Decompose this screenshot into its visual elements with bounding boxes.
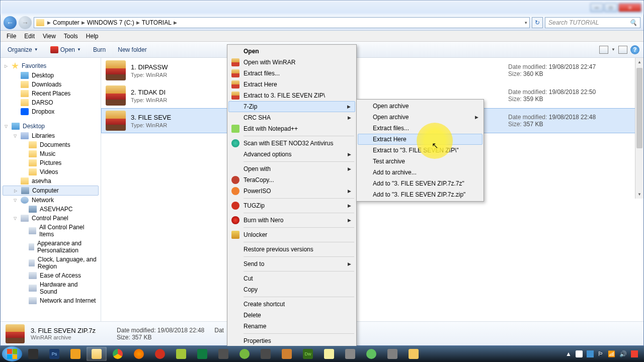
preview-pane-button[interactable] [618,46,627,54]
chevron-down-icon[interactable]: ▼ [611,47,615,52]
breadcrumb-folder[interactable]: TUTORIAL [141,19,173,26]
view-mode-button[interactable] [599,46,608,54]
cm-test-archive[interactable]: Test archive [358,156,482,167]
system-tray[interactable]: ▲ 🏳 📶 🔊 [566,350,642,357]
tray-flag-icon[interactable]: 🏳 [598,350,604,357]
chevron-right-icon[interactable]: ▶ [82,20,85,25]
cm-crc-sha[interactable]: CRC SHA▶ [228,112,355,123]
chevron-right-icon[interactable]: ▶ [47,20,51,25]
breadcrumb-computer[interactable]: Computer [52,19,80,26]
cm-add-7z[interactable]: Add to "3. FILE SEVEN ZIP.7z.7z" [358,178,482,189]
task-app2[interactable] [213,347,233,361]
task-excel[interactable] [192,347,212,361]
cm-teracopy[interactable]: TeraCopy... [228,174,355,186]
cm-open-winrar[interactable]: Open with WinRAR [228,57,355,68]
cm-extract-to-7z[interactable]: Extract to "3. FILE SEVEN ZIP\" [358,145,482,156]
tray-icon[interactable] [587,350,594,357]
forward-button[interactable]: → [19,16,32,29]
scrollbar[interactable]: ▲▼ [635,58,643,199]
cm-unlocker[interactable]: Unlocker [228,229,355,240]
close-button[interactable]: ✕ [618,3,641,12]
cm-rename[interactable]: Rename [228,321,355,332]
chevron-right-icon[interactable]: ▶ [136,20,140,25]
cm-extract-files[interactable]: Extract files... [228,68,355,79]
burn-button[interactable]: Burn [90,45,109,55]
task-app6[interactable] [361,347,381,361]
cm-shortcut[interactable]: Create shortcut [228,299,355,310]
file-row[interactable]: 1. DIPASSW Type: WinRAR Date modified: 1… [101,58,643,83]
sidebar-item-cp-appearance[interactable]: Appearance and Personalization [1,239,101,255]
cm-extract-here[interactable]: Extract Here [228,79,355,90]
sidebar-item-videos[interactable]: Videos [1,167,101,176]
sidebar-item-dropbox[interactable]: Dropbox [1,107,101,116]
task-app3[interactable] [256,347,276,361]
menu-view[interactable]: View [39,32,60,41]
breadcrumb-drive[interactable]: WINDOWS 7 (C:) [86,19,135,26]
cm-extract-here-7z[interactable]: Extract Here [358,134,482,145]
cm-extract-to[interactable]: Extract to 3. FILE SEVEN ZIP\ [228,90,355,101]
dropdown-icon[interactable]: ▾ [525,20,527,25]
cm-scan-eset[interactable]: Scan with ESET NOD32 Antivirus [228,138,355,149]
sidebar-item-cp-clock[interactable]: Clock, Language, and Region [1,255,101,271]
sidebar-item-documents[interactable]: Documents [1,140,101,149]
cm-open-archive-sub[interactable]: Open archive▶ [358,112,482,123]
search-input[interactable]: Search TUTORIAL 🔍 [545,17,640,28]
cm-open-with[interactable]: Open with▶ [228,163,355,174]
task-notes[interactable] [319,347,339,361]
cm-edit-npp[interactable]: Edit with Notepad++ [228,123,355,134]
cm-poweriso[interactable]: PowerISO▶ [228,186,355,197]
minimize-button[interactable]: ─ [590,3,603,12]
cm-cut[interactable]: Cut [228,273,355,284]
task-explorer[interactable] [87,347,107,361]
task-app8[interactable] [404,347,424,361]
address-bar[interactable]: ▶ Computer ▶ WINDOWS 7 (C:) ▶ TUTORIAL ▶… [34,17,530,28]
back-button[interactable]: ← [4,16,17,29]
sidebar-item-pc[interactable]: ASEVHAPC [1,205,101,214]
tray-network-icon[interactable]: 📶 [608,350,615,357]
sidebar-item-desktop[interactable]: Desktop [1,71,101,80]
cm-open-archive[interactable]: Open archive [358,101,482,112]
tray-up-icon[interactable]: ▲ [566,350,572,357]
chevron-right-icon[interactable]: ▶ [174,20,177,25]
task-android[interactable] [171,347,191,361]
tray-icon[interactable] [631,350,638,357]
cm-restore[interactable]: Restore previous versions [228,244,355,255]
tray-icon[interactable] [576,350,583,357]
cm-burn-nero[interactable]: Burn with Nero▶ [228,215,355,226]
task-opera[interactable] [150,347,170,361]
cm-open[interactable]: Open [228,46,355,57]
cm-send-to[interactable]: Send to▶ [228,258,355,269]
sidebar-item-cp-ease[interactable]: Ease of Access [1,271,101,280]
sidebar-item-computer[interactable]: ▷Computer [3,186,99,196]
sidebar-item-downloads[interactable]: Downloads [1,80,101,89]
menu-tools[interactable]: Tools [60,32,82,41]
task-chrome[interactable] [108,347,128,361]
cm-extract-files-7z[interactable]: Extract files... [358,123,482,134]
task-music[interactable] [65,347,86,361]
new-folder-button[interactable]: New folder [115,45,149,55]
cm-delete[interactable]: Delete [228,310,355,321]
cm-properties[interactable]: Properties [228,335,355,346]
sidebar-favorites[interactable]: ▷Favorites [1,61,101,71]
organize-button[interactable]: Organize ▼ [5,45,41,55]
maximize-button[interactable]: □ [604,3,617,12]
task-photoshop[interactable]: Ps [44,347,64,361]
start-button[interactable] [2,346,22,361]
tray-volume-icon[interactable]: 🔊 [619,350,627,357]
cm-add-zip[interactable]: Add to "3. FILE SEVEN ZIP.7z.zip" [358,189,482,200]
open-button[interactable]: Open ▼ [47,45,84,55]
sidebar-item-music[interactable]: Music [1,149,101,158]
help-icon[interactable]: ? [630,45,639,54]
task-app7[interactable] [382,347,403,361]
sidebar-item-libraries[interactable]: ▽Libraries [1,131,101,140]
cm-advanced[interactable]: Advanced options▶ [228,149,355,160]
cm-add-archive[interactable]: Add to archive... [358,167,482,178]
sidebar-item-pictures[interactable]: Pictures [1,158,101,167]
sidebar-item-network[interactable]: ▽Network [1,196,101,205]
task-utorrent[interactable] [234,347,255,361]
task-app5[interactable] [340,347,360,361]
sidebar-item-cpanel[interactable]: ▽Control Panel [1,214,101,223]
refresh-button[interactable]: ↻ [532,17,543,28]
menu-help[interactable]: Help [82,32,103,41]
cm-7zip[interactable]: 7-Zip▶ [228,101,355,112]
